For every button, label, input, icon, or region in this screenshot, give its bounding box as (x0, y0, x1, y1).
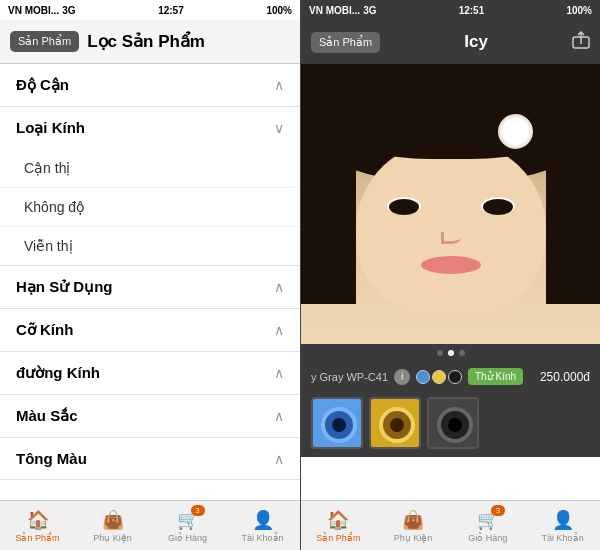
right-battery: 100% (566, 5, 592, 16)
right-tab-gio-hang-badge-container: 🛒 3 (477, 509, 499, 531)
filter-han-su-dung-label: Hạn Sử Dụng (16, 278, 113, 296)
left-battery: 100% (266, 5, 292, 16)
dot-2 (448, 350, 454, 356)
right-tab-phu-kien-icon: 👜 (402, 509, 424, 531)
filter-loai-kinh-chevron: ∨ (274, 120, 284, 136)
right-tab-tai-khoan-icon: 👤 (552, 509, 574, 531)
right-status-bar: VN MOBI... 3G 12:51 100% (301, 0, 600, 20)
filter-do-can-label: Độ Cận (16, 76, 69, 94)
filter-tong-mau[interactable]: Tông Màu ∧ (0, 438, 300, 480)
filter-item-khong-do[interactable]: Không độ (0, 188, 300, 227)
left-tab-gio-hang-badge-container: 🛒 3 (177, 509, 199, 531)
right-tab-gio-hang-label: Giỏ Hàng (468, 533, 507, 543)
right-status-left: VN MOBI... 3G (309, 5, 376, 16)
right-tab-gio-hang[interactable]: 🛒 3 Giỏ Hàng (451, 505, 526, 547)
color-chip-blue[interactable] (416, 370, 430, 384)
left-tab-san-pham[interactable]: 🏠 Sản Phẩm (0, 505, 75, 547)
left-panel: VN MOBI... 3G 12:57 100% Sản Phẩm Lọc Sả… (0, 0, 300, 550)
filter-loai-kinh-subitems: Cận thị Không độ Viễn thị (0, 149, 300, 266)
dots-indicator (301, 344, 600, 362)
hair-ornament-inner (502, 118, 529, 145)
filter-han-su-dung-chevron: ∧ (274, 279, 284, 295)
left-status-left: VN MOBI... 3G (8, 5, 75, 16)
right-cart-badge: 3 (491, 505, 505, 516)
eye-right (483, 199, 513, 215)
filter-loai-kinh[interactable]: Loại Kính ∨ (0, 107, 300, 149)
left-status-right: 100% (266, 5, 292, 16)
lens-thumb-yellow[interactable] (369, 397, 421, 449)
lips (421, 256, 481, 274)
right-tab-bar: 🏠 Sản Phẩm 👜 Phụ Kiện 🛒 3 Giỏ Hàng 👤 Tài… (301, 500, 600, 550)
left-back-button[interactable]: Sản Phẩm (10, 31, 79, 52)
color-chips (416, 370, 462, 384)
left-tab-san-pham-label: Sản Phẩm (15, 533, 59, 543)
left-tab-phu-kien-label: Phụ Kiện (93, 533, 132, 543)
filter-co-kinh-chevron: ∧ (274, 322, 284, 338)
share-icon[interactable] (572, 31, 590, 54)
filter-duong-kinh-chevron: ∧ (274, 365, 284, 381)
right-nav-bar: Sản Phẩm Icy (301, 20, 600, 64)
dot-3 (459, 350, 465, 356)
right-network: 3G (363, 5, 376, 16)
product-image-area (301, 64, 600, 344)
color-chip-dark[interactable] (448, 370, 462, 384)
left-tab-phu-kien[interactable]: 👜 Phụ Kiện (75, 505, 150, 547)
filter-mau-sac-label: Màu Sắc (16, 407, 78, 425)
left-tab-phu-kien-icon: 👜 (102, 509, 124, 531)
left-tab-tai-khoan-label: Tài Khoản (241, 533, 283, 543)
left-tab-gio-hang[interactable]: 🛒 3 Giỏ Hàng (150, 505, 225, 547)
nose (441, 232, 461, 244)
left-tab-tai-khoan-icon: 👤 (252, 509, 274, 531)
filter-han-su-dung[interactable]: Hạn Sử Dụng ∧ (0, 266, 300, 309)
filter-mau-sac[interactable]: Màu Sắc ∧ (0, 395, 300, 438)
filter-item-vien-thi[interactable]: Viễn thị (0, 227, 300, 265)
right-tab-phu-kien[interactable]: 👜 Phụ Kiện (376, 505, 451, 547)
filter-item-can-thi[interactable]: Cận thị (0, 149, 300, 188)
right-tab-tai-khoan-label: Tài Khoản (542, 533, 584, 543)
filter-do-can-chevron: ∧ (274, 77, 284, 93)
left-cart-badge: 3 (191, 505, 205, 516)
eye-left (389, 199, 419, 215)
filter-co-kinh[interactable]: Cỡ Kính ∧ (0, 309, 300, 352)
filter-tong-mau-label: Tông Màu (16, 450, 87, 467)
left-tab-san-pham-icon: 🏠 (27, 509, 49, 531)
try-button[interactable]: Thử Kính (468, 368, 523, 385)
left-status-bar: VN MOBI... 3G 12:57 100% (0, 0, 300, 20)
product-price: 250.000đ (540, 370, 590, 384)
product-info-bar: y Gray WP-C41 i Thử Kính 250.000đ (301, 362, 600, 391)
left-tab-bar: 🏠 Sản Phẩm 👜 Phụ Kiện 🛒 3 Giỏ Hàng 👤 Tài… (0, 500, 300, 550)
left-carrier: VN MOBI... (8, 5, 59, 16)
left-tab-gio-hang-label: Giỏ Hàng (168, 533, 207, 543)
lens-thumb-dark[interactable] (427, 397, 479, 449)
right-carrier: VN MOBI... (309, 5, 360, 16)
info-icon[interactable]: i (394, 369, 410, 385)
left-tab-tai-khoan[interactable]: 👤 Tài Khoản (225, 505, 300, 547)
face-skin (356, 139, 546, 319)
right-tab-san-pham-label: Sản Phẩm (316, 533, 360, 543)
filter-duong-kinh[interactable]: đường Kính ∧ (0, 352, 300, 395)
left-time: 12:57 (158, 5, 184, 16)
lens-thumb-blue[interactable] (311, 397, 363, 449)
right-tab-tai-khoan[interactable]: 👤 Tài Khoản (525, 505, 600, 547)
filter-loai-kinh-label: Loại Kính (16, 119, 85, 137)
product-name: y Gray WP-C41 (311, 371, 388, 383)
filter-list: Độ Cận ∧ Loại Kính ∨ Cận thị Không độ Vi… (0, 64, 300, 500)
filter-mau-sac-chevron: ∧ (274, 408, 284, 424)
right-panel: VN MOBI... 3G 12:51 100% Sản Phẩm Icy (300, 0, 600, 550)
filter-co-kinh-label: Cỡ Kính (16, 321, 73, 339)
dot-1 (437, 350, 443, 356)
right-nav-title: Icy (388, 32, 564, 52)
face-illustration (301, 64, 600, 344)
left-nav-bar: Sản Phẩm Lọc Sản Phẩm (0, 20, 300, 64)
filter-do-can[interactable]: Độ Cận ∧ (0, 64, 300, 107)
left-nav-title: Lọc Sản Phẩm (87, 31, 290, 52)
right-tab-san-pham-icon: 🏠 (327, 509, 349, 531)
lens-thumbnails (301, 391, 600, 457)
filter-duong-kinh-label: đường Kính (16, 364, 100, 382)
left-network: 3G (62, 5, 75, 16)
right-time: 12:51 (459, 5, 485, 16)
right-tab-san-pham[interactable]: 🏠 Sản Phẩm (301, 505, 376, 547)
right-back-button[interactable]: Sản Phẩm (311, 32, 380, 53)
filter-tong-mau-chevron: ∧ (274, 451, 284, 467)
color-chip-yellow[interactable] (432, 370, 446, 384)
